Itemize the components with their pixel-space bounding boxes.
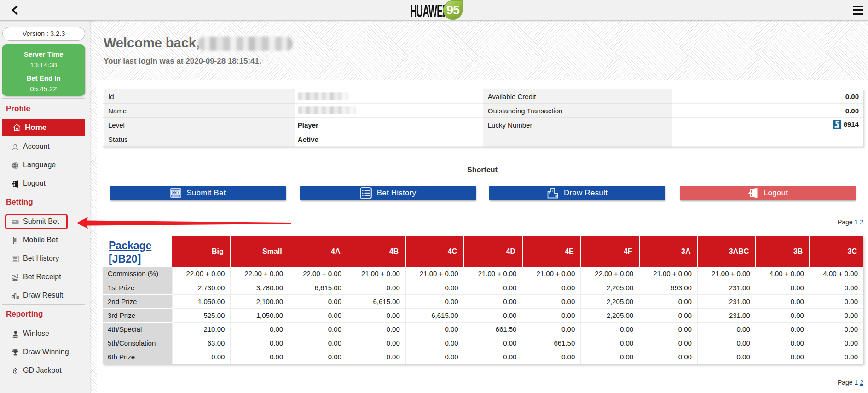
svg-text:3: 3 — [17, 297, 18, 299]
svg-text:2: 2 — [12, 296, 14, 298]
svg-text:2: 2 — [548, 191, 550, 195]
svg-text:1: 1 — [552, 189, 554, 193]
svg-text:$: $ — [14, 370, 16, 373]
svg-text:3: 3 — [555, 194, 557, 198]
svg-text:1: 1 — [15, 293, 16, 296]
